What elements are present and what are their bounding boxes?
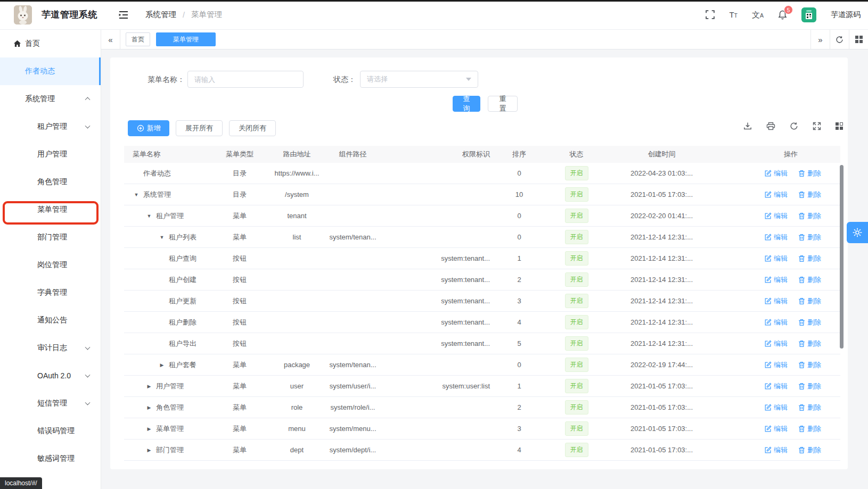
delete-button[interactable]: 删除	[798, 254, 821, 263]
download-icon[interactable]	[743, 122, 752, 130]
sidebar-fold-icon[interactable]	[118, 10, 129, 20]
cell-component: system/menu...	[322, 425, 383, 433]
expand-arrow-icon[interactable]: ▶	[142, 405, 156, 410]
delete-button[interactable]: 删除	[798, 360, 821, 370]
tab[interactable]: 首页	[126, 32, 150, 46]
expand-arrow-icon[interactable]: ▼	[155, 235, 169, 240]
edit-button[interactable]: 编辑	[765, 360, 788, 370]
edit-button[interactable]: 编辑	[765, 403, 788, 412]
delete-button[interactable]: 删除	[798, 190, 821, 200]
tab-refresh-icon[interactable]	[830, 30, 849, 49]
edit-button[interactable]: 编辑	[765, 424, 788, 434]
menu-name-text: 角色管理	[156, 403, 184, 412]
expand-all-button[interactable]: 展开所有	[176, 120, 223, 136]
language-icon[interactable]: 文A	[752, 11, 764, 19]
sidebar-item-label: 作者动态	[25, 67, 55, 76]
cell-route: tenant	[272, 212, 322, 220]
edit-button[interactable]: 编辑	[765, 190, 788, 200]
delete-button[interactable]: 删除	[798, 318, 821, 327]
expand-arrow-icon[interactable]: ▶	[142, 384, 156, 389]
print-icon[interactable]	[766, 122, 775, 130]
edit-button[interactable]: 编辑	[765, 211, 788, 221]
tabs-scroll-right-icon[interactable]: »	[810, 30, 830, 49]
sidebar-item[interactable]: OAuth 2.0	[0, 362, 101, 389]
cell-created: 2021-12-14 12:31:...	[612, 297, 711, 305]
theme-settings-button[interactable]	[847, 222, 868, 243]
sidebar-item[interactable]: 敏感词管理	[0, 445, 101, 473]
edit-button[interactable]: 编辑	[765, 318, 788, 327]
edit-button[interactable]: 编辑	[765, 254, 788, 263]
refresh-icon[interactable]	[790, 122, 798, 130]
user-avatar[interactable]	[801, 7, 816, 22]
edit-button[interactable]: 编辑	[765, 339, 788, 349]
tabs-scroll-left-icon[interactable]: «	[101, 30, 120, 49]
sidebar-item[interactable]: 租户管理	[0, 113, 101, 140]
collapse-all-button[interactable]: 关闭所有	[229, 120, 276, 136]
tab[interactable]: 菜单管理	[156, 32, 216, 46]
font-size-icon[interactable]: TT	[729, 11, 738, 19]
edit-button[interactable]: 编辑	[765, 275, 788, 285]
cell-route: role	[272, 403, 322, 411]
menu-name-input[interactable]	[187, 71, 304, 88]
sidebar-item[interactable]: 审计日志	[0, 334, 101, 362]
edit-button[interactable]: 编辑	[765, 382, 788, 391]
trash-icon	[798, 446, 805, 454]
edit-button[interactable]: 编辑	[765, 233, 788, 242]
search-button[interactable]: 查询	[453, 96, 480, 112]
table-row: ▼ 系统管理 目录 /system 10 开启 2021-01-05 17:03…	[124, 184, 840, 205]
tab-layout-grid-icon[interactable]	[849, 30, 868, 49]
sidebar-item[interactable]: 首页	[0, 30, 101, 57]
delete-button[interactable]: 删除	[798, 339, 821, 349]
expand-arrow-icon[interactable]: ▶	[142, 447, 156, 453]
sidebar-item[interactable]: 作者动态	[0, 57, 101, 85]
column-header: 排序	[498, 150, 541, 159]
sidebar-item[interactable]: 用户管理	[0, 140, 101, 168]
sidebar-item[interactable]: 角色管理	[0, 168, 101, 196]
edit-button[interactable]: 编辑	[765, 169, 788, 178]
sidebar-item[interactable]: 通知公告	[0, 306, 101, 334]
cell-created: 2021-01-05 17:03:...	[612, 446, 711, 454]
sidebar-item[interactable]: 岗位管理	[0, 251, 101, 279]
table-scrollbar[interactable]	[840, 165, 844, 349]
sidebar-item[interactable]: 菜单管理	[0, 196, 101, 223]
edit-icon	[765, 297, 772, 304]
delete-button[interactable]: 删除	[798, 169, 821, 178]
delete-button[interactable]: 删除	[798, 403, 821, 412]
edit-button[interactable]: 编辑	[765, 445, 788, 455]
delete-button[interactable]: 删除	[798, 445, 821, 455]
sidebar-item[interactable]: 字典管理	[0, 279, 101, 306]
content-card: 菜单名称： 状态： 请选择 查询 重置 新增 展开所有 关闭所有	[110, 57, 848, 469]
delete-button[interactable]: 删除	[798, 424, 821, 434]
sidebar-item[interactable]: 部门管理	[0, 223, 101, 251]
fullscreen-icon[interactable]	[706, 10, 715, 19]
status-select[interactable]: 请选择	[360, 71, 478, 88]
expand-arrow-icon[interactable]: ▶	[142, 426, 156, 432]
cell-menu-name: ▼ 租户列表	[124, 233, 208, 242]
add-button[interactable]: 新增	[128, 120, 169, 136]
table-row: 租户导出 按钮 system:tenant... 5 开启 2021-12-14…	[124, 333, 840, 354]
breadcrumb-parent[interactable]: 系统管理	[145, 10, 176, 20]
edit-button-label: 编辑	[774, 445, 788, 455]
menu-name-text: 菜单管理	[156, 424, 184, 434]
sidebar-item[interactable]: 系统管理	[0, 85, 101, 113]
expand-arrow-icon[interactable]: ▼	[129, 192, 143, 197]
sidebar-item-label: 角色管理	[37, 177, 67, 187]
delete-button[interactable]: 删除	[798, 233, 821, 242]
status-badge: 开启	[565, 294, 588, 308]
expand-arrow-icon[interactable]: ▼	[142, 213, 156, 219]
sidebar-item[interactable]: 错误码管理	[0, 417, 101, 445]
column-settings-icon[interactable]	[836, 122, 843, 130]
delete-button[interactable]: 删除	[798, 275, 821, 285]
username[interactable]: 芋道源码	[831, 10, 861, 20]
reset-button[interactable]: 重置	[488, 96, 518, 112]
edit-button[interactable]: 编辑	[765, 296, 788, 306]
trash-icon	[798, 319, 805, 326]
notifications-bell-icon[interactable]: 5	[778, 10, 787, 20]
sidebar-item[interactable]: 短信管理	[0, 389, 101, 417]
delete-button[interactable]: 删除	[798, 382, 821, 391]
delete-button[interactable]: 删除	[798, 296, 821, 306]
expand-arrow-icon[interactable]: ▶	[155, 362, 169, 368]
sidebar-item-label: 通知公告	[37, 316, 67, 325]
delete-button[interactable]: 删除	[798, 211, 821, 221]
fullscreen-table-icon[interactable]	[813, 122, 821, 130]
